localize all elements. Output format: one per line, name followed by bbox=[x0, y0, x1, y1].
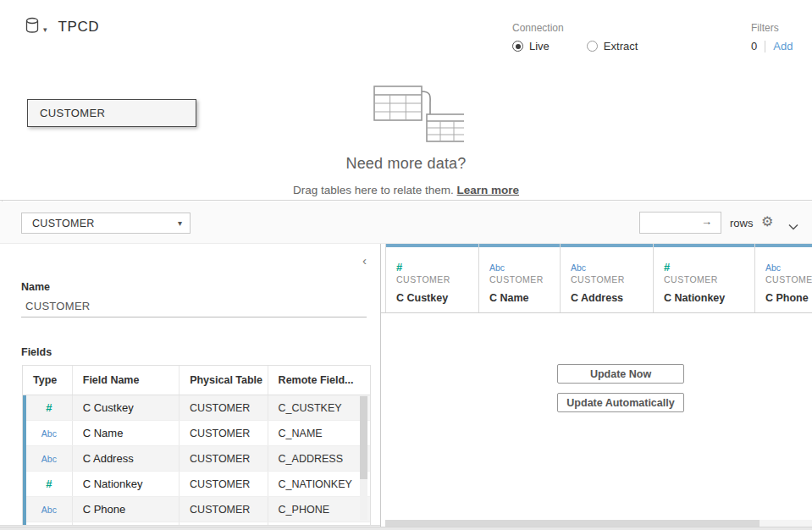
fields-scrollbar-thumb[interactable] bbox=[360, 396, 367, 479]
number-type-icon: # bbox=[46, 478, 52, 490]
remote-field-cell: C_NAME bbox=[268, 421, 370, 445]
physical-table-cell: CUSTOMER bbox=[180, 395, 268, 420]
table-row[interactable]: # C Custkey CUSTOMER C_CUSTKEY bbox=[26, 395, 370, 421]
empty-state-title: Need more data? bbox=[0, 155, 812, 173]
string-type-icon: Abc bbox=[765, 262, 781, 273]
number-type-icon: # bbox=[46, 401, 52, 414]
database-icon[interactable] bbox=[25, 17, 41, 37]
field-name-cell[interactable]: C Phone bbox=[73, 497, 180, 522]
string-type-icon: Abc bbox=[571, 262, 586, 273]
grid-column-table: CUSTOMER bbox=[489, 274, 560, 284]
gear-icon[interactable]: ⚙ bbox=[761, 213, 773, 229]
update-automatically-button[interactable]: Update Automatically bbox=[557, 393, 684, 412]
grid-column-field[interactable]: C Name bbox=[489, 292, 560, 304]
update-now-button[interactable]: Update Now bbox=[557, 364, 684, 384]
string-type-icon: Abc bbox=[41, 454, 57, 464]
grid-header-row: # CUSTOMER C Custkey Abc CUSTOMER C Name… bbox=[381, 244, 812, 313]
column-accent-bar bbox=[654, 244, 754, 247]
field-name-cell[interactable]: C Custkey bbox=[73, 395, 180, 420]
learn-more-link[interactable]: Learn more bbox=[457, 184, 520, 196]
remote-field-cell: C_CUSTKEY bbox=[268, 395, 370, 420]
empty-state-hint: Drag tables here to relate them. Learn m… bbox=[0, 184, 812, 196]
canvas-table-customer[interactable]: CUSTOMER bbox=[27, 99, 196, 127]
column-accent-bar bbox=[386, 244, 478, 247]
fields-table-body: # C Custkey CUSTOMER C_CUSTKEY Abc C Nam… bbox=[23, 395, 370, 525]
column-header-remote-field[interactable]: Remote Field... bbox=[268, 366, 370, 395]
grid-column-c-name[interactable]: Abc CUSTOMER C Name bbox=[479, 244, 561, 312]
database-caret-icon[interactable]: ▾ bbox=[43, 25, 47, 34]
rows-label: rows bbox=[730, 217, 753, 229]
radio-live-circle[interactable] bbox=[512, 41, 523, 52]
radio-live-label: Live bbox=[529, 40, 550, 52]
string-type-icon: Abc bbox=[489, 262, 505, 273]
column-header-physical-table[interactable]: Physical Table bbox=[180, 366, 268, 395]
filters-section: Filters 0 Add bbox=[751, 22, 793, 52]
grid-column-field[interactable]: C Address bbox=[571, 292, 653, 304]
grid-column-table: CUSTOMER bbox=[664, 274, 754, 284]
radio-live[interactable]: Live bbox=[512, 40, 550, 52]
name-label: Name bbox=[21, 281, 50, 293]
remote-field-cell: C_PHONE bbox=[268, 497, 370, 522]
grid-hscrollbar-thumb[interactable] bbox=[385, 520, 760, 527]
table-row[interactable]: # C Nationkey CUSTOMER C_NATIONKEY bbox=[26, 472, 370, 497]
main-area: ‹ Name CUSTOMER Fields Type Field Name P… bbox=[0, 244, 812, 530]
grid-column-c-phone[interactable]: Abc CUSTOMER C Phone bbox=[755, 244, 812, 312]
grid-column-table: CUSTOMER bbox=[396, 274, 478, 284]
physical-table-cell: CUSTOMER bbox=[180, 446, 268, 471]
remote-field-cell: C_NATIONKEY bbox=[268, 472, 370, 496]
related-tables-icon bbox=[362, 80, 464, 147]
tableau-datasource-page: ▾ TPCD Connection Live Extract Filters 0 bbox=[0, 0, 812, 530]
filters-label: Filters bbox=[751, 22, 793, 34]
grid-column-c-address[interactable]: Abc CUSTOMER C Address bbox=[561, 244, 654, 312]
grid-column-field[interactable]: C Phone bbox=[765, 292, 812, 304]
grid-column-field[interactable]: C Custkey bbox=[396, 292, 478, 304]
filters-count: 0 bbox=[751, 40, 757, 52]
field-name-cell[interactable]: C Name bbox=[73, 421, 180, 445]
filters-add-link[interactable]: Add bbox=[773, 40, 793, 52]
bottom-scrollbar-strip bbox=[0, 527, 812, 530]
table-row[interactable]: Abc C Phone CUSTOMER C_PHONE bbox=[26, 497, 370, 522]
physical-table-cell: CUSTOMER bbox=[180, 497, 268, 522]
string-type-icon: Abc bbox=[41, 428, 57, 439]
grid-column-field[interactable]: C Nationkey bbox=[664, 292, 754, 304]
radio-extract[interactable]: Extract bbox=[587, 40, 638, 52]
name-value[interactable]: CUSTOMER bbox=[25, 300, 91, 312]
empty-hint-text: Drag tables here to relate them. bbox=[293, 184, 457, 196]
table-row[interactable]: Abc C Address CUSTOMER C_ADDRESS bbox=[26, 446, 370, 472]
chevron-down-icon[interactable] bbox=[788, 218, 798, 234]
rows-count-input[interactable] bbox=[639, 212, 721, 234]
number-type-icon: # bbox=[664, 261, 670, 273]
number-type-icon: # bbox=[396, 261, 402, 273]
column-accent-bar bbox=[561, 244, 653, 247]
data-grid: # CUSTOMER C Custkey Abc CUSTOMER C Name… bbox=[381, 244, 812, 530]
field-name-cell[interactable]: C Nationkey bbox=[73, 472, 180, 496]
connection-section: Connection Live Extract bbox=[512, 22, 638, 52]
grid-column-table: CUSTOMER bbox=[571, 274, 653, 284]
column-accent-bar bbox=[755, 244, 812, 247]
physical-table-cell: CUSTOMER bbox=[180, 472, 268, 496]
name-underline bbox=[21, 317, 367, 317]
datasource-header: ▾ TPCD Connection Live Extract Filters 0 bbox=[0, 0, 812, 76]
table-select-dropdown[interactable]: CUSTOMER ▾ bbox=[21, 213, 191, 234]
radio-extract-label: Extract bbox=[604, 40, 638, 52]
column-header-type[interactable]: Type bbox=[23, 366, 73, 395]
table-row[interactable]: Abc C Name CUSTOMER C_NAME bbox=[26, 421, 370, 446]
collapse-panel-icon[interactable]: ‹ bbox=[362, 254, 367, 267]
datasource-title: TPCD bbox=[58, 19, 100, 36]
grid-column-c-custkey[interactable]: # CUSTOMER C Custkey bbox=[385, 244, 479, 312]
physical-table-cell: CUSTOMER bbox=[180, 421, 268, 445]
relationship-canvas: CUSTOMER Need more data? Drag tables her… bbox=[0, 76, 812, 201]
grid-column-c-nationkey[interactable]: # CUSTOMER C Nationkey bbox=[654, 244, 755, 312]
connection-label: Connection bbox=[512, 22, 638, 34]
fields-label: Fields bbox=[21, 346, 52, 358]
radio-extract-circle[interactable] bbox=[587, 41, 598, 52]
column-header-field-name[interactable]: Field Name bbox=[73, 366, 180, 395]
filters-divider bbox=[765, 41, 765, 52]
grid-column-table: CUSTOMER bbox=[765, 274, 812, 284]
dropdown-caret-icon: ▾ bbox=[178, 218, 182, 228]
fields-table: Type Field Name Physical Table Remote Fi… bbox=[22, 365, 371, 525]
grid-toolbar: CUSTOMER ▾ → rows ⚙ bbox=[0, 202, 812, 244]
field-name-cell[interactable]: C Address bbox=[73, 446, 180, 471]
fields-table-header: Type Field Name Physical Table Remote Fi… bbox=[23, 366, 370, 395]
string-type-icon: Abc bbox=[41, 505, 57, 515]
